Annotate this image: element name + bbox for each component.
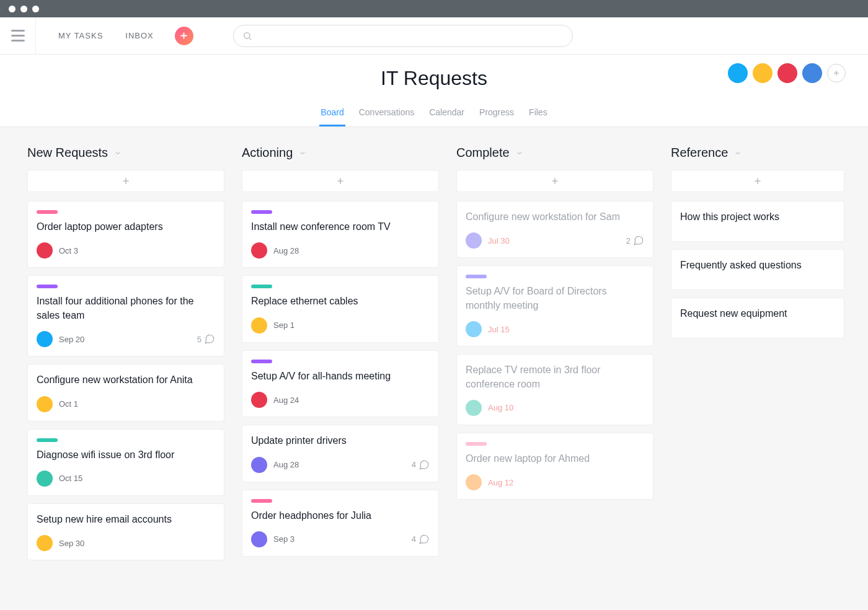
chevron-down-icon bbox=[516, 149, 523, 157]
project-tabs: Board Conversations Calendar Progress Fi… bbox=[0, 107, 868, 126]
column-header[interactable]: Actioning bbox=[242, 146, 439, 160]
task-card[interactable]: Configure new workstation for Sam Jul 30… bbox=[456, 201, 653, 258]
avatar bbox=[37, 396, 53, 412]
task-card[interactable]: Order headphones for Julia Sep 3 4 bbox=[242, 490, 439, 557]
avatar bbox=[251, 392, 267, 408]
task-card[interactable]: Setup A/V for all-hands meeting Aug 24 bbox=[242, 350, 439, 417]
card-title: Setup A/V for all-hands meeting bbox=[251, 369, 430, 383]
column-actioning: Actioning Install new conference room TV… bbox=[242, 146, 439, 568]
search-input[interactable] bbox=[233, 25, 573, 47]
task-card[interactable]: Setup A/V for Board of Directors monthly… bbox=[456, 265, 653, 347]
avatar[interactable] bbox=[801, 62, 823, 84]
avatar bbox=[466, 400, 482, 416]
task-card[interactable]: Configure new workstation for Anita Oct … bbox=[27, 364, 224, 421]
task-card[interactable]: Setup new hire email accounts Sep 30 bbox=[27, 503, 224, 560]
plus-icon bbox=[122, 177, 130, 185]
comment-icon bbox=[204, 334, 215, 345]
add-card-button[interactable] bbox=[456, 170, 653, 192]
avatar bbox=[37, 242, 53, 259]
nav-inbox[interactable]: INBOX bbox=[125, 31, 153, 40]
task-card[interactable]: Install four additional phones for the s… bbox=[27, 275, 224, 356]
card-tag bbox=[466, 442, 487, 446]
card-date: Oct 3 bbox=[59, 246, 78, 255]
chevron-down-icon bbox=[299, 149, 306, 157]
card-title: Frequently asked questions bbox=[680, 259, 835, 272]
task-card[interactable]: Diagnose wifi issue on 3rd floor Oct 15 bbox=[27, 429, 224, 496]
task-card[interactable]: Replace ethernet cables Sep 1 bbox=[242, 275, 439, 342]
column-complete: Complete Configure new workstation for S… bbox=[456, 146, 653, 568]
window-titlebar bbox=[0, 0, 868, 17]
tab-calendar[interactable]: Calendar bbox=[428, 107, 466, 126]
avatar bbox=[251, 457, 267, 473]
plus-icon bbox=[551, 177, 559, 185]
comment-icon bbox=[418, 459, 430, 471]
column-title: New Requests bbox=[27, 146, 108, 160]
add-card-button[interactable] bbox=[27, 170, 224, 192]
task-card[interactable]: Order laptop power adapters Oct 3 bbox=[27, 201, 224, 268]
chevron-down-icon bbox=[114, 149, 122, 157]
card-tag bbox=[37, 285, 58, 288]
tab-conversations[interactable]: Conversations bbox=[358, 107, 416, 126]
card-title: Diagnose wifi issue on 3rd floor bbox=[37, 448, 215, 462]
column-title: Actioning bbox=[242, 146, 293, 160]
card-title: Replace ethernet cables bbox=[251, 294, 430, 308]
add-card-button[interactable] bbox=[671, 170, 844, 192]
tab-progress[interactable]: Progress bbox=[478, 107, 515, 126]
column-header[interactable]: Complete bbox=[456, 146, 653, 160]
card-date: Sep 1 bbox=[273, 320, 294, 330]
card-date: Jul 30 bbox=[488, 236, 510, 245]
comment-count: 4 bbox=[412, 459, 430, 471]
card-title: Order headphones for Julia bbox=[251, 509, 430, 523]
card-title: Update printer drivers bbox=[251, 434, 430, 448]
comment-icon bbox=[633, 235, 644, 246]
task-card[interactable]: Replace TV remote in 3rd floor conferenc… bbox=[456, 354, 653, 425]
column-header[interactable]: New Requests bbox=[27, 146, 224, 160]
task-card[interactable]: Update printer drivers Aug 28 4 bbox=[242, 425, 439, 482]
card-date: Sep 30 bbox=[59, 539, 84, 548]
tab-board[interactable]: Board bbox=[319, 107, 345, 126]
avatar bbox=[251, 317, 267, 334]
task-card[interactable]: Request new equipment bbox=[671, 298, 844, 338]
new-task-button[interactable] bbox=[175, 27, 193, 45]
avatar[interactable] bbox=[776, 62, 799, 84]
task-card[interactable]: Frequently asked questions bbox=[671, 249, 844, 290]
avatar[interactable] bbox=[751, 62, 774, 84]
card-tag bbox=[251, 210, 272, 214]
window-dot[interactable] bbox=[9, 6, 16, 12]
task-card[interactable]: How this project works bbox=[671, 201, 844, 242]
task-card[interactable]: Install new conference room TV Aug 28 bbox=[242, 201, 439, 268]
tab-files[interactable]: Files bbox=[528, 107, 549, 126]
comment-count: 5 bbox=[197, 334, 215, 345]
avatar bbox=[251, 242, 267, 259]
card-tag bbox=[37, 438, 58, 442]
card-date: Aug 24 bbox=[273, 396, 299, 405]
search-field[interactable] bbox=[257, 31, 564, 41]
add-member-button[interactable] bbox=[827, 64, 846, 82]
plus-icon bbox=[753, 177, 762, 185]
window-dot[interactable] bbox=[20, 6, 27, 12]
avatar bbox=[466, 321, 482, 337]
card-date: Aug 12 bbox=[488, 478, 513, 487]
top-bar: MY TASKS INBOX bbox=[0, 17, 868, 55]
menu-icon[interactable] bbox=[11, 30, 25, 42]
svg-point-0 bbox=[244, 32, 249, 38]
plus-icon bbox=[833, 69, 840, 77]
nav-my-tasks[interactable]: MY TASKS bbox=[58, 31, 103, 40]
task-card[interactable]: Order new laptop for Ahmed Aug 12 bbox=[456, 433, 653, 500]
comment-icon bbox=[418, 534, 430, 545]
plus-icon bbox=[179, 31, 188, 40]
window-dot[interactable] bbox=[32, 6, 39, 12]
card-tag bbox=[251, 285, 272, 288]
card-date: Aug 28 bbox=[273, 460, 299, 469]
card-date: Oct 15 bbox=[59, 474, 82, 483]
card-date: Jul 15 bbox=[488, 325, 510, 334]
card-tag bbox=[251, 360, 272, 363]
avatar bbox=[466, 474, 482, 490]
card-title: Configure new workstation for Anita bbox=[37, 373, 215, 387]
avatar[interactable] bbox=[727, 62, 749, 84]
card-date: Aug 10 bbox=[488, 403, 513, 412]
comment-count: 4 bbox=[412, 534, 430, 545]
add-card-button[interactable] bbox=[242, 170, 439, 192]
card-title: Configure new workstation for Sam bbox=[466, 210, 644, 224]
column-header[interactable]: Reference bbox=[671, 146, 844, 160]
